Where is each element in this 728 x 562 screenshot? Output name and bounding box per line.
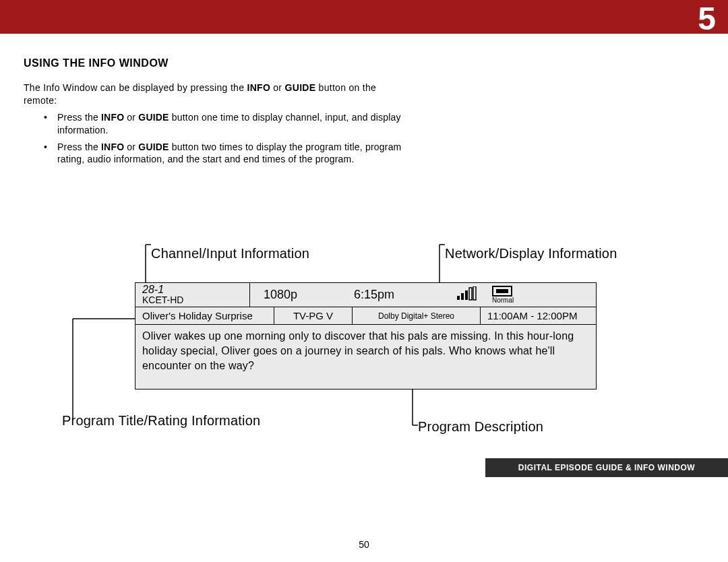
chapter-number: 5 bbox=[698, 0, 716, 37]
aspect-mode-label: Normal bbox=[492, 297, 514, 304]
list-item: Press the INFO or GUIDE button two times… bbox=[44, 141, 408, 166]
svg-rect-16 bbox=[469, 288, 472, 300]
page-number: 50 bbox=[0, 539, 728, 550]
program-rating: TV-PG V bbox=[274, 307, 353, 324]
aspect-ratio-icon bbox=[492, 286, 512, 296]
resolution-time-cell: 1080p 6:15pm bbox=[250, 283, 454, 307]
bullet-bold-guide: GUIDE bbox=[138, 112, 169, 123]
channel-number: 28-1 bbox=[142, 284, 243, 295]
bullet-text-part: Press the bbox=[57, 142, 101, 152]
aspect-mode-block: Normal bbox=[492, 286, 514, 304]
channel-name: KCET-HD bbox=[142, 295, 243, 305]
intro-text-part: The Info Window can be displayed by pres… bbox=[24, 82, 247, 93]
program-description: Oliver wakes up one morning only to disc… bbox=[135, 325, 596, 389]
bullet-bold-info: INFO bbox=[101, 112, 124, 123]
info-window-diagram: Channel/Input Information Network/Displa… bbox=[61, 239, 681, 455]
svg-rect-17 bbox=[473, 286, 476, 300]
resolution-value: 1080p bbox=[264, 288, 297, 302]
intro-text-part: or bbox=[270, 82, 284, 93]
callout-channel-input: Channel/Input Information bbox=[151, 246, 309, 261]
list-item: Press the INFO or GUIDE button one time … bbox=[44, 111, 408, 137]
bullet-text-part: or bbox=[124, 142, 138, 152]
svg-rect-13 bbox=[457, 296, 460, 300]
callout-network-display: Network/Display Information bbox=[445, 246, 617, 261]
bullet-bold-guide: GUIDE bbox=[138, 142, 169, 152]
current-time-value: 6:15pm bbox=[354, 288, 394, 302]
network-display-cell: Normal bbox=[454, 283, 596, 307]
callout-program-title-rating: Program Title/Rating Information bbox=[62, 413, 260, 429]
bullet-text-part: Press the bbox=[57, 112, 101, 123]
callout-program-description: Program Description bbox=[418, 419, 543, 435]
content-area: USING THE INFO WINDOW The Info Window ca… bbox=[0, 34, 728, 166]
intro-bold-info: INFO bbox=[247, 82, 270, 93]
header-bar: 5 bbox=[0, 0, 728, 34]
channel-cell: 28-1 KCET-HD bbox=[135, 283, 250, 307]
footer-section-label: DIGITAL EPISODE GUIDE & INFO WINDOW bbox=[485, 458, 728, 477]
info-row-program: Oliver's Holiday Surprise TV-PG V Dolby … bbox=[135, 307, 596, 325]
svg-rect-15 bbox=[465, 290, 468, 300]
program-times: 11:00AM - 12:00PM bbox=[481, 307, 596, 324]
program-title: Oliver's Holiday Surprise bbox=[135, 307, 274, 324]
bullet-bold-info: INFO bbox=[101, 142, 124, 152]
svg-rect-14 bbox=[461, 293, 464, 300]
audio-info: Dolby Digital+ Stereo bbox=[353, 307, 481, 324]
intro-bold-guide: GUIDE bbox=[285, 82, 316, 93]
bullet-text-part: or bbox=[124, 112, 138, 123]
info-window-table: 28-1 KCET-HD 1080p 6:15pm bbox=[135, 282, 597, 389]
info-row-channel: 28-1 KCET-HD 1080p 6:15pm bbox=[135, 283, 596, 307]
signal-strength-icon bbox=[457, 286, 480, 304]
bullet-list: Press the INFO or GUIDE button one time … bbox=[44, 111, 408, 166]
section-heading: USING THE INFO WINDOW bbox=[24, 57, 704, 69]
intro-paragraph: The Info Window can be displayed by pres… bbox=[24, 82, 408, 107]
